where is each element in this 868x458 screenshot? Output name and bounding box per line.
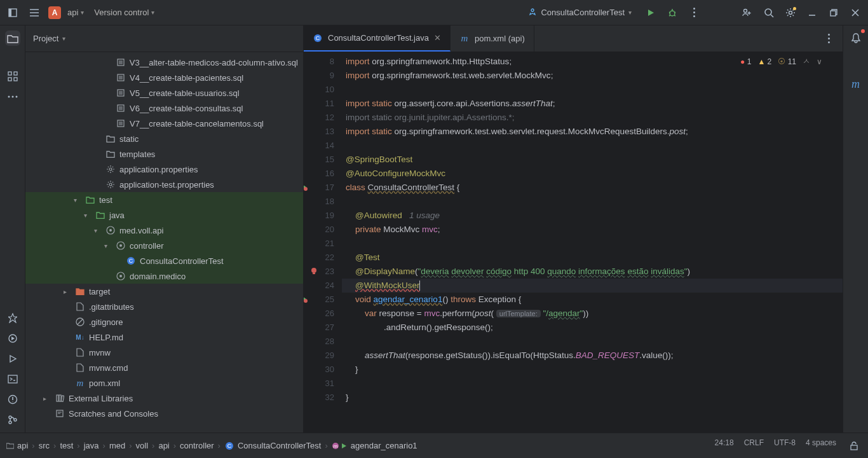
run-tool-icon[interactable] [5,351,20,366]
breadcrumb-item[interactable]: CConsultaControllerTest [224,441,322,451]
svg-point-29 [109,229,112,232]
svg-point-14 [15,96,17,98]
svg-rect-7 [831,11,836,16]
svg-point-44 [311,268,316,273]
restore-icon[interactable] [826,5,841,20]
svg-point-35 [119,275,122,277]
tree-item[interactable]: static [25,131,303,146]
code-with-me-icon[interactable] [740,5,755,20]
editor-tab[interactable]: CConsultaControllerTest.java✕ [304,25,451,52]
tree-item[interactable]: ▸External Libraries [25,391,303,406]
tree-item[interactable]: V6__create-table-consultas.sql [25,101,303,116]
tree-item[interactable]: V7__create-table-cancelamentos.sql [25,116,303,131]
more-tools-icon[interactable] [5,89,20,104]
tree-item[interactable]: templates [25,146,303,162]
minimize-icon[interactable] [804,5,820,20]
run-config-label: ConsultaControllerTest [541,8,625,17]
problems-tool-icon[interactable] [5,392,20,407]
tab-more-icon[interactable] [821,31,836,46]
indent-widget[interactable]: 4 spaces [806,438,836,454]
tree-item[interactable]: V3__alter-table-medicos-add-column-ativo… [25,55,303,70]
status-bar: api›src›test›java›med›voll›api›controlle… [0,433,868,458]
svg-rect-39 [61,396,64,401]
tree-item[interactable]: Scratches and Consoles [25,406,303,421]
project-sidebar: Project ▾ V3__alter-table-medicos-add-co… [25,25,304,433]
breadcrumb-item[interactable]: med [109,441,125,450]
maven-tool-icon[interactable]: m [848,76,864,92]
breadcrumb-item[interactable]: java [84,441,99,450]
structure-tool-icon[interactable] [5,69,20,84]
debug-button[interactable] [665,5,680,20]
project-panel-header[interactable]: Project ▾ [25,25,303,52]
svg-point-4 [744,9,747,12]
tree-item[interactable]: ▾med.voll.api [25,223,303,238]
settings-icon[interactable] [783,5,798,20]
tree-item[interactable]: ▾java [25,207,303,223]
breadcrumb-item[interactable]: api [158,441,169,450]
tree-item[interactable]: CConsultaControllerTest [25,253,303,268]
breadcrumb-item[interactable]: m agendar_cenario1 [332,441,417,450]
svg-point-31 [119,244,122,247]
editor-tab[interactable]: mpom.xml (api) [451,25,534,52]
run-config-selector[interactable]: ConsultaControllerTest▾ [523,5,637,20]
svg-point-5 [765,9,771,15]
breadcrumb-item[interactable]: test [60,441,73,450]
breadcrumb-item[interactable]: src [39,441,50,450]
project-tree[interactable]: V3__alter-table-medicos-add-column-ativo… [25,52,303,433]
breadcrumb-nav[interactable]: api›src›test›java›med›voll›api›controlle… [6,441,715,451]
left-tool-strip [0,25,25,433]
svg-point-26 [109,168,112,170]
error-count: ● 1 [740,57,751,66]
file-encoding[interactable]: UTF-8 [774,438,796,454]
editor-tabs: CConsultaControllerTest.java✕mpom.xml (a… [304,25,843,52]
terminal-tool-icon[interactable] [5,371,20,387]
project-name[interactable]: api▾ [67,8,84,17]
project-panel-title: Project [33,34,58,43]
breadcrumb-item[interactable]: voll [136,441,149,450]
hamburger-icon[interactable] [27,5,42,20]
tree-item[interactable]: ▾test [25,192,303,207]
breadcrumb-item[interactable]: api [6,441,28,450]
tree-item[interactable]: V5__create-table-usuarios.sql [25,85,303,101]
vcs-widget[interactable]: Version control▾ [94,8,154,17]
tree-item[interactable]: ▾controller [25,238,303,253]
svg-rect-11 [14,78,17,81]
project-tool-icon[interactable] [5,31,20,46]
tab-close-icon[interactable]: ✕ [434,33,441,43]
tree-item[interactable]: M↓HELP.md [25,330,303,345]
svg-rect-37 [57,395,58,401]
tree-item[interactable]: mpom.xml [25,375,303,391]
notifications-icon[interactable] [848,31,864,46]
more-actions-icon[interactable] [686,5,702,20]
right-tool-strip: m [843,25,868,433]
code-editor[interactable]: import org.springframework.http.HttpStat… [342,52,843,433]
svg-point-12 [8,96,10,98]
close-icon[interactable] [848,5,863,20]
tree-item[interactable]: mvnw.cmd [25,360,303,375]
tree-item[interactable]: application-test.properties [25,177,303,192]
readonly-lock-icon[interactable] [846,438,862,454]
line-separator[interactable]: CRLF [744,438,764,454]
breadcrumb-item[interactable]: controller [180,441,214,450]
run-button[interactable] [643,5,658,20]
editor-gutter[interactable]: 8910111213141516171819202122232425262728… [304,52,342,433]
tree-item[interactable]: domain.medico [25,268,303,284]
tree-item[interactable]: V4__create-table-pacientes.sql [25,70,303,85]
inspection-widget[interactable]: ● 1 ▲ 2 ⦿ 11 ㅅ∨ [740,56,822,67]
search-icon[interactable] [761,5,776,20]
services-tool-icon[interactable] [5,331,20,346]
bookmarks-tool-icon[interactable] [5,310,20,326]
caret-position[interactable]: 24:18 [715,438,734,454]
warning-count: ▲ 2 [757,57,771,66]
tree-item[interactable]: .gitignore [25,314,303,330]
vcs-tool-icon[interactable] [5,412,20,427]
tree-item[interactable]: ▸target [25,284,303,299]
svg-point-6 [789,11,792,14]
tree-item[interactable]: application.properties [25,162,303,177]
tree-item[interactable]: .gitattributes [25,299,303,314]
svg-point-27 [109,183,112,186]
app-menu-icon[interactable] [5,5,20,20]
editor-area: CConsultaControllerTest.java✕mpom.xml (a… [304,25,843,433]
project-badge[interactable]: A [48,6,61,19]
tree-item[interactable]: mvnw [25,345,303,360]
